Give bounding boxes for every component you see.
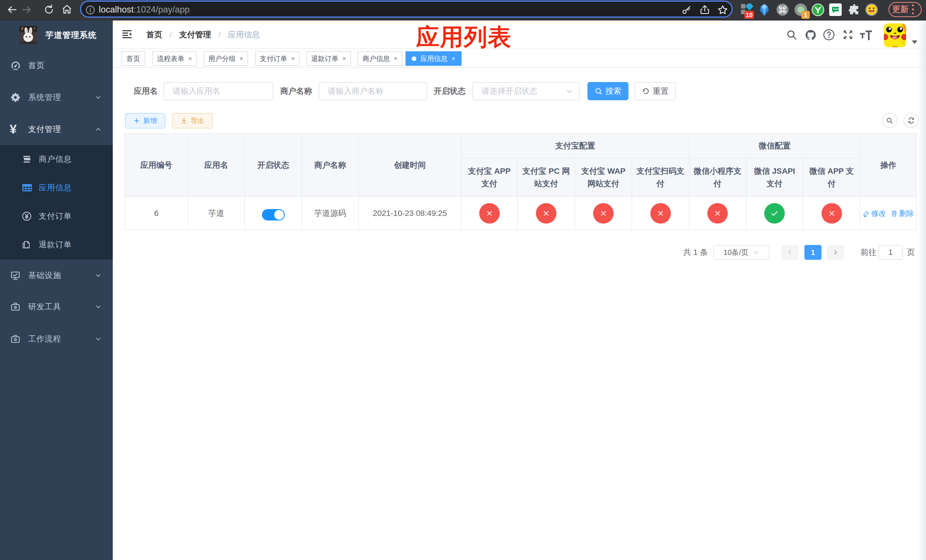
svg-text:10: 10 (746, 11, 753, 18)
svg-text:1: 1 (804, 11, 807, 18)
